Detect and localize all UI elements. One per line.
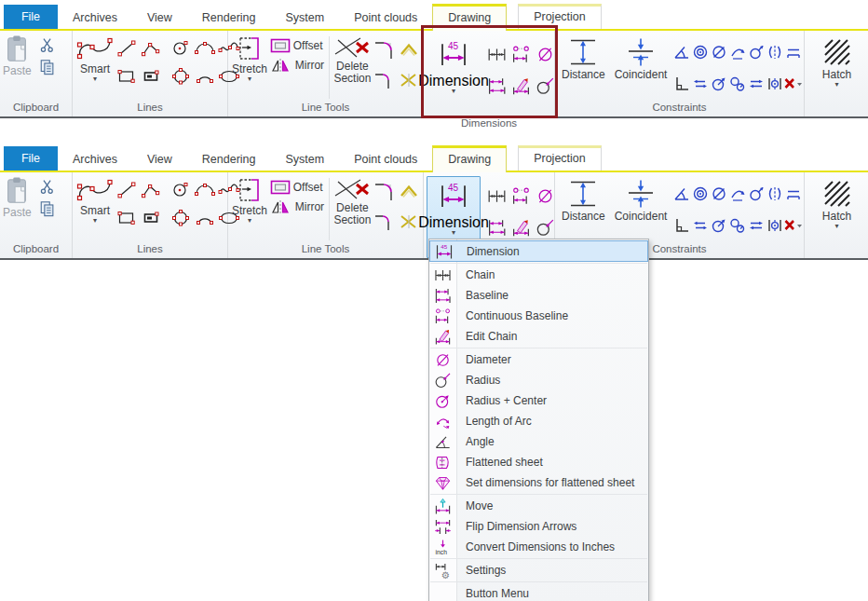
arc-tool-icon[interactable]: [194, 181, 216, 199]
circle-points-tool-icon[interactable]: [170, 67, 191, 86]
tab-drawing[interactable]: Drawing: [432, 4, 507, 31]
tab-archives[interactable]: Archives: [58, 7, 132, 29]
perpendicular-constraint-icon[interactable]: [673, 75, 690, 92]
tab-projection[interactable]: Projection: [518, 4, 602, 29]
coincident-button[interactable]: Coincident: [615, 36, 668, 81]
circle-points-tool-icon[interactable]: [170, 209, 191, 227]
diameter-constraint-icon[interactable]: [711, 44, 727, 61]
concentric-constraint-icon[interactable]: [692, 185, 709, 202]
radius-icon[interactable]: [536, 218, 555, 238]
smart-button[interactable]: Smart ▾: [75, 176, 115, 224]
equal-radius-constraint-icon[interactable]: [729, 217, 746, 234]
radius-constraint-icon[interactable]: [711, 217, 727, 234]
tab-file[interactable]: File: [4, 146, 58, 171]
delete-section-button[interactable]: Delete Section: [332, 176, 373, 226]
menu-item-edit-chain[interactable]: Edit Chain: [429, 326, 648, 347]
arc-3point-tool-icon[interactable]: [195, 209, 215, 227]
menu-item-diameter[interactable]: Diameter: [429, 349, 648, 370]
chamfer-chevron-icon[interactable]: [398, 41, 420, 58]
hatch-button[interactable]: Hatch ▾: [821, 178, 853, 229]
tangent-circle-constraint-icon[interactable]: [748, 44, 765, 61]
perpendicular-constraint-icon[interactable]: [673, 217, 690, 234]
fix-constraint-icon[interactable]: [766, 75, 783, 92]
menu-item-convert-inches[interactable]: Convert Dimensions to Inches: [429, 537, 648, 557]
angle-constraint-icon[interactable]: [673, 185, 690, 202]
menu-item-chain[interactable]: Chain: [429, 265, 648, 285]
diameter-icon[interactable]: [536, 186, 555, 206]
copy-icon[interactable]: [39, 59, 56, 75]
menu-item-radius-center[interactable]: Radius + Center: [429, 390, 648, 411]
rotated-rectangle-tool-icon[interactable]: [141, 210, 161, 226]
fillet-corner-2-icon[interactable]: [373, 212, 396, 231]
chain-icon[interactable]: [487, 45, 507, 64]
menu-item-length-of-arc[interactable]: Length of Arc: [429, 411, 648, 431]
parallel-constraint-icon[interactable]: [785, 44, 802, 61]
rectangle-tool-icon[interactable]: [116, 68, 137, 85]
hatch-button[interactable]: Hatch ▾: [821, 36, 853, 88]
offset-button[interactable]: Offset: [270, 38, 324, 53]
baseline-icon[interactable]: [487, 218, 507, 238]
tangent-constraint-icon[interactable]: [729, 185, 746, 202]
tangent-circle-constraint-icon[interactable]: [748, 185, 765, 202]
rotated-rectangle-tool-icon[interactable]: [141, 68, 161, 85]
arc-3point-tool-icon[interactable]: [195, 67, 215, 86]
menu-item-baseline[interactable]: Baseline: [429, 285, 648, 306]
fillet-corner-icon[interactable]: [373, 181, 396, 201]
equal-constraint-icon[interactable]: [692, 217, 709, 234]
fix-constraint-icon[interactable]: [766, 217, 783, 234]
edit-chain-icon[interactable]: [511, 76, 531, 96]
menu-item-button-menu[interactable]: Button Menu: [429, 583, 648, 601]
menu-item-move[interactable]: Move: [429, 496, 648, 516]
chain-icon[interactable]: [487, 186, 507, 206]
diameter-icon[interactable]: [536, 45, 555, 64]
fillet-corner-2-icon[interactable]: [373, 71, 396, 89]
tab-archives[interactable]: Archives: [58, 148, 132, 171]
circle-tool-icon[interactable]: [170, 39, 191, 58]
paste-button[interactable]: Paste: [3, 176, 32, 219]
baseline-icon[interactable]: [487, 76, 507, 96]
tab-rendering[interactable]: Rendering: [187, 148, 271, 171]
cut-icon[interactable]: [39, 178, 56, 195]
mirror-button[interactable]: Mirror: [270, 198, 324, 215]
stretch-button[interactable]: Stretch ▾: [231, 34, 268, 82]
delete-constraint-button[interactable]: [783, 217, 804, 234]
tab-file[interactable]: File: [4, 5, 58, 29]
angle-constraint-icon[interactable]: [673, 44, 690, 61]
continuous-baseline-icon[interactable]: [511, 45, 531, 64]
concentric-constraint-icon[interactable]: [692, 44, 709, 61]
continuous-baseline-icon[interactable]: [511, 186, 531, 206]
mirror-button[interactable]: Mirror: [270, 57, 324, 74]
distance-button[interactable]: Distance: [562, 178, 605, 223]
polyline-tool-icon[interactable]: [141, 181, 161, 199]
tangent-constraint-icon[interactable]: [729, 44, 746, 61]
equal-constraint-icon[interactable]: [692, 75, 709, 92]
arc-tool-icon[interactable]: [194, 39, 216, 58]
menu-item-angle[interactable]: Angle: [429, 431, 648, 452]
tab-system[interactable]: System: [271, 148, 340, 171]
menu-item-flip-dimension-arrows[interactable]: Flip Dimension Arrows: [429, 516, 648, 537]
symmetric-constraint-icon[interactable]: [766, 185, 783, 202]
delete-constraint-button[interactable]: [783, 75, 804, 92]
paste-button[interactable]: Paste: [3, 34, 32, 77]
tab-point-clouds[interactable]: Point clouds: [339, 7, 432, 29]
tab-view[interactable]: View: [132, 7, 187, 29]
radius-constraint-icon[interactable]: [711, 75, 727, 92]
menu-item-continuous-baseline[interactable]: Continuous Baseline: [429, 306, 648, 326]
circle-tool-icon[interactable]: [170, 181, 191, 199]
copy-icon[interactable]: [39, 200, 56, 217]
offset-button[interactable]: Offset: [270, 180, 324, 195]
rectangle-tool-icon[interactable]: [116, 210, 137, 226]
horizontal-constraint-icon[interactable]: [748, 217, 765, 234]
line-tool-icon[interactable]: [116, 39, 137, 58]
chamfer-cross-icon[interactable]: [399, 213, 419, 230]
parallel-constraint-icon[interactable]: [785, 185, 802, 202]
edit-chain-icon[interactable]: [511, 218, 531, 238]
tab-system[interactable]: System: [271, 7, 340, 29]
tab-point-clouds[interactable]: Point clouds: [339, 148, 432, 171]
tab-view[interactable]: View: [132, 148, 187, 171]
smart-button[interactable]: Smart ▾: [75, 34, 115, 82]
tab-drawing[interactable]: Drawing: [432, 145, 507, 172]
symmetric-constraint-icon[interactable]: [766, 44, 783, 61]
chamfer-cross-icon[interactable]: [399, 72, 419, 89]
line-tool-icon[interactable]: [116, 181, 137, 199]
